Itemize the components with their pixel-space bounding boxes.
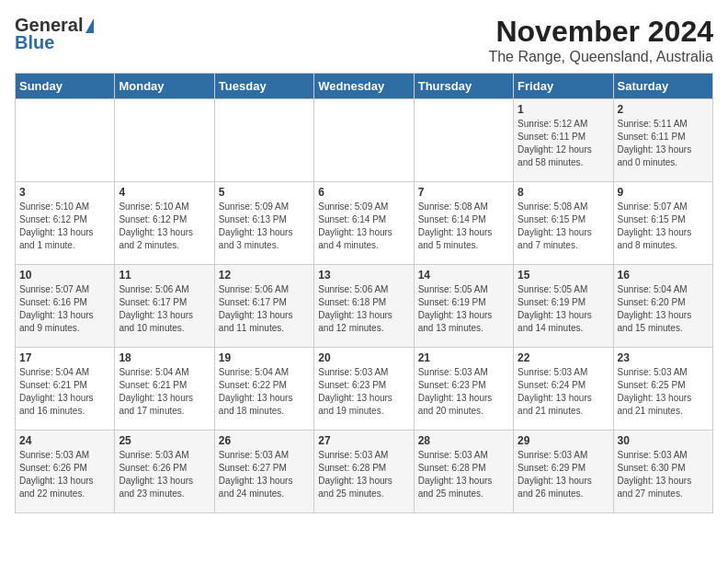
day-number: 25 — [119, 434, 210, 447]
header-saturday: Saturday — [613, 74, 712, 99]
calendar-title: November 2024 — [488, 15, 713, 49]
week-row-2: 10Sunrise: 5:07 AM Sunset: 6:16 PM Dayli… — [16, 265, 713, 348]
day-detail: Sunrise: 5:07 AM Sunset: 6:16 PM Dayligh… — [19, 283, 110, 335]
calendar-cell: 22Sunrise: 5:03 AM Sunset: 6:24 PM Dayli… — [514, 348, 613, 431]
calendar-cell — [314, 99, 414, 182]
day-detail: Sunrise: 5:08 AM Sunset: 6:14 PM Dayligh… — [418, 201, 509, 252]
day-detail: Sunrise: 5:10 AM Sunset: 6:12 PM Dayligh… — [119, 201, 210, 252]
calendar-cell: 23Sunrise: 5:03 AM Sunset: 6:25 PM Dayli… — [613, 348, 712, 431]
week-row-0: 1Sunrise: 5:12 AM Sunset: 6:11 PM Daylig… — [16, 99, 713, 182]
day-number: 11 — [119, 269, 210, 282]
header-row: SundayMondayTuesdayWednesdayThursdayFrid… — [16, 74, 713, 99]
calendar-cell: 14Sunrise: 5:05 AM Sunset: 6:19 PM Dayli… — [414, 265, 513, 348]
calendar-cell — [115, 99, 214, 182]
calendar-cell: 10Sunrise: 5:07 AM Sunset: 6:16 PM Dayli… — [16, 265, 115, 348]
day-detail: Sunrise: 5:07 AM Sunset: 6:15 PM Dayligh… — [618, 201, 709, 252]
calendar-header: SundayMondayTuesdayWednesdayThursdayFrid… — [16, 74, 713, 99]
day-detail: Sunrise: 5:08 AM Sunset: 6:15 PM Dayligh… — [518, 201, 609, 252]
day-detail: Sunrise: 5:06 AM Sunset: 6:17 PM Dayligh… — [119, 283, 210, 335]
calendar-body: 1Sunrise: 5:12 AM Sunset: 6:11 PM Daylig… — [16, 99, 713, 513]
day-detail: Sunrise: 5:09 AM Sunset: 6:14 PM Dayligh… — [318, 201, 409, 252]
day-detail: Sunrise: 5:04 AM Sunset: 6:21 PM Dayligh… — [19, 366, 110, 418]
day-number: 18 — [119, 351, 210, 364]
header-friday: Friday — [514, 74, 613, 99]
calendar-cell: 2Sunrise: 5:11 AM Sunset: 6:11 PM Daylig… — [613, 99, 712, 182]
day-detail: Sunrise: 5:03 AM Sunset: 6:29 PM Dayligh… — [518, 449, 609, 500]
calendar-cell: 8Sunrise: 5:08 AM Sunset: 6:15 PM Daylig… — [514, 182, 613, 265]
week-row-4: 24Sunrise: 5:03 AM Sunset: 6:26 PM Dayli… — [16, 431, 713, 513]
day-number: 14 — [418, 269, 509, 282]
calendar-cell: 7Sunrise: 5:08 AM Sunset: 6:14 PM Daylig… — [414, 182, 513, 265]
header-tuesday: Tuesday — [214, 74, 313, 99]
day-detail: Sunrise: 5:03 AM Sunset: 6:30 PM Dayligh… — [618, 449, 709, 500]
day-number: 7 — [418, 186, 509, 199]
day-number: 26 — [219, 434, 310, 447]
day-detail: Sunrise: 5:12 AM Sunset: 6:11 PM Dayligh… — [518, 118, 609, 169]
day-detail: Sunrise: 5:03 AM Sunset: 6:25 PM Dayligh… — [618, 366, 709, 418]
header-wednesday: Wednesday — [314, 74, 414, 99]
logo-blue: Blue — [15, 32, 54, 53]
day-detail: Sunrise: 5:03 AM Sunset: 6:28 PM Dayligh… — [318, 449, 409, 500]
header-thursday: Thursday — [414, 74, 513, 99]
day-number: 12 — [219, 269, 310, 282]
day-detail: Sunrise: 5:06 AM Sunset: 6:18 PM Dayligh… — [318, 283, 409, 335]
calendar-cell: 26Sunrise: 5:03 AM Sunset: 6:27 PM Dayli… — [214, 431, 313, 513]
logo: General Blue — [15, 15, 94, 53]
calendar-cell: 21Sunrise: 5:03 AM Sunset: 6:23 PM Dayli… — [414, 348, 513, 431]
calendar-cell: 13Sunrise: 5:06 AM Sunset: 6:18 PM Dayli… — [314, 265, 414, 348]
day-number: 17 — [19, 351, 110, 364]
calendar-cell: 1Sunrise: 5:12 AM Sunset: 6:11 PM Daylig… — [514, 99, 613, 182]
title-area: November 2024 The Range, Queensland, Aus… — [488, 15, 713, 65]
calendar-cell: 18Sunrise: 5:04 AM Sunset: 6:21 PM Dayli… — [115, 348, 214, 431]
day-number: 10 — [19, 269, 110, 282]
calendar-cell: 24Sunrise: 5:03 AM Sunset: 6:26 PM Dayli… — [16, 431, 115, 513]
day-number: 6 — [318, 186, 409, 199]
day-detail: Sunrise: 5:11 AM Sunset: 6:11 PM Dayligh… — [618, 118, 709, 169]
header: General Blue November 2024 The Range, Qu… — [15, 15, 713, 65]
day-detail: Sunrise: 5:06 AM Sunset: 6:17 PM Dayligh… — [219, 283, 310, 335]
calendar-cell: 16Sunrise: 5:04 AM Sunset: 6:20 PM Dayli… — [613, 265, 712, 348]
week-row-1: 3Sunrise: 5:10 AM Sunset: 6:12 PM Daylig… — [16, 182, 713, 265]
day-number: 2 — [618, 103, 709, 116]
calendar-cell: 20Sunrise: 5:03 AM Sunset: 6:23 PM Dayli… — [314, 348, 414, 431]
calendar-cell: 11Sunrise: 5:06 AM Sunset: 6:17 PM Dayli… — [115, 265, 214, 348]
day-number: 29 — [518, 434, 609, 447]
day-number: 9 — [618, 186, 709, 199]
calendar-cell: 19Sunrise: 5:04 AM Sunset: 6:22 PM Dayli… — [214, 348, 313, 431]
day-number: 16 — [618, 269, 709, 282]
day-detail: Sunrise: 5:09 AM Sunset: 6:13 PM Dayligh… — [219, 201, 310, 252]
day-detail: Sunrise: 5:04 AM Sunset: 6:21 PM Dayligh… — [119, 366, 210, 418]
day-number: 30 — [618, 434, 709, 447]
calendar-cell: 30Sunrise: 5:03 AM Sunset: 6:30 PM Dayli… — [613, 431, 712, 513]
calendar-subtitle: The Range, Queensland, Australia — [488, 49, 713, 65]
calendar-cell: 9Sunrise: 5:07 AM Sunset: 6:15 PM Daylig… — [613, 182, 712, 265]
day-detail: Sunrise: 5:03 AM Sunset: 6:28 PM Dayligh… — [418, 449, 509, 500]
calendar-cell — [414, 99, 513, 182]
calendar-cell: 12Sunrise: 5:06 AM Sunset: 6:17 PM Dayli… — [214, 265, 313, 348]
week-row-3: 17Sunrise: 5:04 AM Sunset: 6:21 PM Dayli… — [16, 348, 713, 431]
day-detail: Sunrise: 5:04 AM Sunset: 6:20 PM Dayligh… — [618, 283, 709, 335]
day-detail: Sunrise: 5:03 AM Sunset: 6:24 PM Dayligh… — [518, 366, 609, 418]
day-detail: Sunrise: 5:03 AM Sunset: 6:26 PM Dayligh… — [19, 449, 110, 500]
day-number: 13 — [318, 269, 409, 282]
header-monday: Monday — [115, 74, 214, 99]
calendar-table: SundayMondayTuesdayWednesdayThursdayFrid… — [15, 73, 713, 513]
day-number: 3 — [19, 186, 110, 199]
calendar-cell: 3Sunrise: 5:10 AM Sunset: 6:12 PM Daylig… — [16, 182, 115, 265]
day-detail: Sunrise: 5:04 AM Sunset: 6:22 PM Dayligh… — [219, 366, 310, 418]
day-number: 4 — [119, 186, 210, 199]
calendar-cell: 17Sunrise: 5:04 AM Sunset: 6:21 PM Dayli… — [16, 348, 115, 431]
calendar-cell: 28Sunrise: 5:03 AM Sunset: 6:28 PM Dayli… — [414, 431, 513, 513]
calendar-cell: 6Sunrise: 5:09 AM Sunset: 6:14 PM Daylig… — [314, 182, 414, 265]
day-number: 24 — [19, 434, 110, 447]
day-detail: Sunrise: 5:03 AM Sunset: 6:23 PM Dayligh… — [418, 366, 509, 418]
day-number: 1 — [518, 103, 609, 116]
day-detail: Sunrise: 5:03 AM Sunset: 6:26 PM Dayligh… — [119, 449, 210, 500]
calendar-cell: 4Sunrise: 5:10 AM Sunset: 6:12 PM Daylig… — [115, 182, 214, 265]
day-detail: Sunrise: 5:05 AM Sunset: 6:19 PM Dayligh… — [518, 283, 609, 335]
calendar-cell: 5Sunrise: 5:09 AM Sunset: 6:13 PM Daylig… — [214, 182, 313, 265]
day-number: 19 — [219, 351, 310, 364]
logo-triangle-icon — [85, 18, 94, 33]
day-number: 23 — [618, 351, 709, 364]
day-number: 27 — [318, 434, 409, 447]
